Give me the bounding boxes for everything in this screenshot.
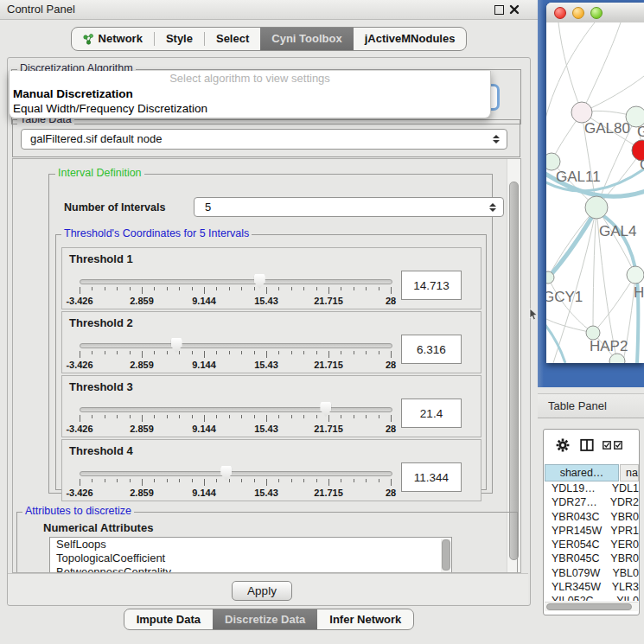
dropdown-prompt: Select algorithm to view settings — [10, 71, 490, 86]
threshold-1-panel: Threshold 1 -3.4262.8599.14415.4321.7152… — [61, 247, 481, 309]
columns-icon[interactable] — [580, 438, 594, 452]
label-gal80: GAL80 — [584, 120, 630, 137]
list-item[interactable]: BetweennessCentrality — [50, 565, 451, 573]
minimize-traffic-light-icon[interactable] — [572, 7, 584, 19]
slider-scale-labels: -3.4262.8599.14415.4321.71528 — [80, 488, 391, 498]
label-gal4: GAL4 — [599, 223, 636, 239]
slider-ticks — [80, 479, 391, 487]
slider-ticks — [80, 415, 391, 423]
table-row[interactable]: YBL079WYBL0 — [545, 567, 639, 581]
close-traffic-light-icon[interactable] — [554, 7, 566, 19]
dropdown-option-manual[interactable]: Manual Discretization — [10, 86, 490, 101]
threshold-1-slider[interactable]: -3.4262.8599.14415.4321.71528 — [80, 276, 391, 305]
slider-track[interactable] — [80, 343, 392, 348]
slider-track[interactable] — [80, 279, 392, 284]
interval-definition-group: Interval Definition Number of Intervals … — [48, 174, 493, 494]
threshold-4-value-field[interactable]: 11.344 — [401, 462, 462, 492]
numerical-attributes-list[interactable]: SelfLoopsTopologicalCoefficientBetweenne… — [49, 537, 452, 573]
float-panel-icon[interactable] — [494, 5, 504, 15]
network-canvas[interactable]: GAL80 G C GAL11 GAL4 GCY1 H HAP2 — [546, 22, 644, 363]
list-item[interactable]: SelfLoops — [50, 538, 451, 552]
number-of-intervals-value: 5 — [205, 201, 211, 214]
network-window: GAL80 G C GAL11 GAL4 GCY1 H HAP2 — [546, 3, 644, 363]
column-header-name[interactable]: na — [620, 464, 639, 481]
threshold-4-slider[interactable]: -3.4262.8599.14415.4321.71528 — [80, 468, 391, 497]
vertical-scrollbar-thumb[interactable] — [509, 182, 519, 560]
node-gcy1[interactable] — [546, 271, 554, 284]
column-header-shared[interactable]: shared… — [545, 464, 619, 481]
tab-style[interactable]: Style — [155, 28, 204, 50]
table-data-combobox[interactable]: galFiltered.sif default node — [21, 129, 507, 150]
bottom-tab-bar: Impute Data Discretize Data Infer Networ… — [0, 609, 538, 630]
tab-select[interactable]: Select — [205, 28, 260, 50]
threshold-3-label: Threshold 3 — [69, 380, 133, 393]
number-of-intervals-combobox[interactable]: 5 — [194, 197, 504, 217]
table-panel-titlebar: Table Panel — [538, 393, 644, 418]
threshold-3-value-field[interactable]: 21.4 — [401, 399, 462, 428]
threshold-4-label: Threshold 4 — [69, 444, 133, 457]
slider-ticks — [80, 287, 391, 295]
table-row[interactable]: YDR27…YDR2 — [545, 496, 639, 510]
tab-infer-network[interactable]: Infer Network — [317, 609, 413, 629]
attribute-items: SelfLoopsTopologicalCoefficientBetweenne… — [50, 538, 451, 573]
zoom-traffic-light-icon[interactable] — [590, 7, 603, 19]
thresholds-group: Threshold's Coordinates for 5 Intervals … — [55, 234, 487, 490]
gear-icon[interactable] — [556, 438, 570, 452]
table-row[interactable]: YBR043CYBR0 — [545, 511, 639, 525]
tab-network[interactable]: Network — [72, 28, 154, 50]
vertical-scrollbar[interactable] — [507, 159, 520, 572]
table-row[interactable]: YDL19…YDL1 — [545, 482, 639, 496]
algorithm-dropdown-popup: Select algorithm to view settings Manual… — [9, 71, 491, 118]
network-window-titlebar — [546, 3, 644, 23]
close-icon[interactable] — [509, 4, 520, 15]
tab-network-label: Network — [99, 28, 143, 50]
table-row[interactable]: YIL052CYIL0 — [545, 595, 639, 601]
combo-stepper-icon — [493, 135, 500, 143]
label-h: H — [634, 284, 644, 301]
table-panel-title: Table Panel — [548, 399, 607, 412]
table-row[interactable]: YLR345WYLR3 — [545, 581, 639, 595]
table-data-value: galFiltered.sif default node — [30, 132, 162, 145]
threshold-2-label: Threshold 2 — [69, 316, 133, 329]
label-hap2: HAP2 — [590, 338, 628, 354]
attributes-scrollbar[interactable] — [441, 539, 450, 573]
slider-track[interactable] — [80, 471, 392, 476]
numerical-attributes-label: Numerical Attributes — [43, 521, 153, 534]
tab-impute-data[interactable]: Impute Data — [124, 609, 213, 629]
threshold-1-value-field[interactable]: 14.713 — [401, 271, 462, 300]
node-gal4[interactable] — [585, 196, 608, 219]
attributes-group-title: Attributes to discretize — [22, 505, 134, 517]
thresholds-group-title: Threshold's Coordinates for 5 Intervals — [61, 227, 252, 239]
threshold-2-panel: Threshold 2 -3.4262.8599.14415.4321.7152… — [61, 311, 481, 373]
settings-scroll-area: Interval Definition Number of Intervals … — [12, 158, 521, 573]
tab-cyni-toolbox[interactable]: Cyni Toolbox — [260, 28, 353, 50]
dropdown-option-equal-width[interactable]: Equal Width/Frequency Discretization — [10, 101, 490, 116]
node-gal11[interactable] — [546, 153, 560, 170]
screen: Control Panel Network Style Select Cyni … — [0, 0, 644, 644]
apply-button[interactable]: Apply — [232, 581, 292, 601]
control-panel-titlebar: Control Panel — [0, 0, 538, 20]
threshold-2-value-field[interactable]: 6.316 — [401, 335, 462, 364]
node-h[interactable] — [627, 266, 644, 284]
table-row[interactable]: YER054CYER0 — [545, 539, 639, 552]
threshold-1-label: Threshold 1 — [69, 252, 133, 265]
tab-discretize-data[interactable]: Discretize Data — [213, 609, 317, 629]
horizontal-scrollbar[interactable] — [545, 602, 638, 611]
table-row[interactable]: YBR045CYBR0 — [545, 552, 639, 566]
threshold-3-slider[interactable]: -3.4262.8599.14415.4321.71528 — [80, 404, 391, 433]
list-item[interactable]: TopologicalCoefficient — [50, 552, 451, 565]
tab-jactivemnodules[interactable]: jActiveMNodules — [354, 28, 467, 50]
checkbox-icon[interactable] — [614, 441, 622, 450]
table-row[interactable]: YPR145WYPR1 — [545, 525, 639, 539]
checkbox-icon[interactable] — [603, 441, 611, 450]
threshold-2-slider[interactable]: -3.4262.8599.14415.4321.71528 — [80, 340, 391, 369]
attributes-scrollbar-thumb[interactable] — [442, 539, 450, 571]
label-gal11: GAL11 — [556, 169, 601, 185]
mouse-cursor — [529, 308, 539, 322]
slider-track[interactable] — [80, 407, 392, 412]
slider-scale-labels: -3.4262.8599.14415.4321.71528 — [80, 360, 391, 370]
threshold-4-panel: Threshold 4 -3.4262.8599.14415.4321.7152… — [61, 439, 481, 501]
horizontal-scrollbar-thumb[interactable] — [546, 603, 632, 610]
table-rows[interactable]: YDL19…YDL1YDR27…YDR2YBR043CYBR0YPR145WYP… — [545, 482, 639, 601]
control-panel-title: Control Panel — [7, 0, 75, 19]
